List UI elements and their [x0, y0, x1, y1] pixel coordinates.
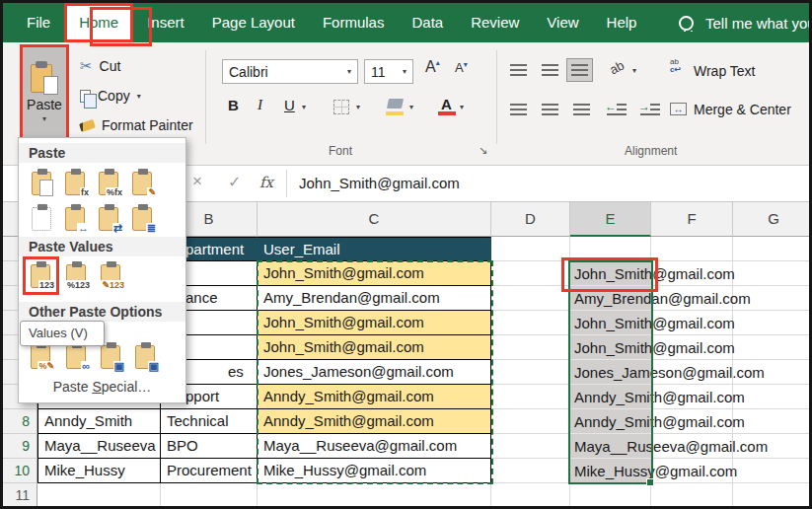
- paste-option-match-destination-formatting[interactable]: ≣: [129, 203, 157, 233]
- paste-special-menu-item[interactable]: Paste Special…: [19, 379, 185, 395]
- chevron-down-icon: ▾: [137, 92, 141, 101]
- insert-function-icon[interactable]: fx: [259, 174, 273, 191]
- other-paste-options-header: Other Paste Options: [19, 302, 185, 322]
- tab-insert[interactable]: Insert: [133, 3, 198, 42]
- cell-a8[interactable]: Anndy_Smith: [37, 409, 161, 434]
- gridline: [37, 507, 812, 508]
- fill-color-button[interactable]: [387, 99, 404, 109]
- values-tooltip: Values (V): [20, 321, 105, 346]
- column-header-d[interactable]: D: [491, 202, 570, 237]
- paste-option-linked-picture[interactable]: ▣: [132, 341, 160, 371]
- tab-formulas[interactable]: Formulas: [309, 3, 399, 42]
- paste-option-transpose[interactable]: ⇄: [96, 203, 123, 233]
- paste-option-formulas-number-formatting[interactable]: %fx: [96, 168, 123, 197]
- underline-button[interactable]: U: [284, 97, 295, 113]
- font-color-bar: [438, 111, 456, 115]
- tell-me-label: Tell me what you: [705, 15, 809, 32]
- tab-page-layout[interactable]: Page Layout: [198, 3, 309, 42]
- merge-center-button[interactable]: Merge & Center: [694, 102, 791, 117]
- chevron-down-icon[interactable]: ▾: [409, 103, 413, 111]
- cancel-icon[interactable]: ×: [192, 172, 202, 191]
- font-dialog-launcher-icon[interactable]: ↘: [479, 144, 487, 157]
- chevron-down-icon[interactable]: ▾: [356, 103, 360, 111]
- font-size-value: 11: [371, 64, 386, 80]
- decrease-font-size-button[interactable]: A: [455, 60, 468, 75]
- row-header-9[interactable]: 9: [3, 434, 37, 459]
- tab-home[interactable]: Home: [64, 3, 133, 42]
- row-header-8[interactable]: 8: [3, 409, 37, 434]
- font-color-button[interactable]: A: [441, 96, 452, 112]
- paste-clipboard-icon: [31, 61, 58, 95]
- top-align-button[interactable]: [510, 64, 527, 76]
- row-header-10[interactable]: 10: [3, 459, 37, 483]
- cell-b10[interactable]: Procurement: [161, 459, 258, 483]
- paste-button[interactable]: Paste ▾: [20, 44, 69, 140]
- tab-help[interactable]: Help: [593, 3, 651, 42]
- paste-section-header: Paste: [19, 143, 185, 163]
- cell-c1[interactable]: User_Email: [258, 237, 491, 261]
- paste-option-keep-source-column-widths[interactable]: ↔: [62, 203, 90, 233]
- ribbon-tab-bar: FileHomeInsertPage LayoutFormulasDataRev…: [3, 3, 809, 42]
- cell-a9[interactable]: Maya__Ruseeva: [37, 434, 161, 459]
- paste-option-paste[interactable]: [29, 168, 56, 197]
- italic-button[interactable]: I: [258, 97, 262, 113]
- column-header-e[interactable]: E: [570, 202, 651, 237]
- formula-bar-value[interactable]: John_Smith@gmail.com: [299, 175, 460, 191]
- chevron-down-icon[interactable]: ▾: [460, 103, 464, 111]
- enter-icon[interactable]: ✓: [228, 173, 241, 191]
- column-header-g[interactable]: G: [733, 202, 812, 237]
- merge-center-icon: ↔: [670, 103, 687, 115]
- paste-option-formulas[interactable]: fx: [62, 168, 90, 197]
- chevron-down-icon[interactable]: ▾: [302, 103, 306, 111]
- borders-button[interactable]: [333, 100, 349, 114]
- align-left-button[interactable]: [510, 104, 527, 115]
- font-name-value: Calibri: [229, 64, 268, 80]
- middle-align-button[interactable]: [542, 64, 558, 76]
- copy-icon: [80, 90, 91, 103]
- paste-option-keep-source-formatting[interactable]: ✎: [129, 168, 157, 197]
- copied-range-marquee: [257, 260, 493, 484]
- column-header-f[interactable]: F: [651, 202, 733, 237]
- row-header-11[interactable]: 11: [3, 483, 37, 508]
- pasted-cell-highlight-box: [561, 257, 658, 292]
- paste-option-values-number-formatting[interactable]: %123: [63, 260, 91, 290]
- font-size-combo[interactable]: 11 ▾: [364, 59, 413, 84]
- copy-button[interactable]: Copy ▾: [80, 84, 141, 108]
- format-painter-label: Format Painter: [102, 117, 193, 133]
- fill-color-bar: [386, 111, 404, 115]
- increase-indent-button[interactable]: →: [640, 104, 660, 115]
- increase-font-size-button[interactable]: A: [425, 58, 440, 76]
- bottom-align-icon: [571, 64, 588, 76]
- decrease-indent-button[interactable]: ←: [607, 104, 627, 115]
- chevron-down-icon[interactable]: ▾: [632, 66, 636, 75]
- group-separator: [496, 50, 497, 144]
- tell-me-box[interactable]: Tell me what you: [679, 15, 809, 32]
- paste-values-section-header: Paste Values: [19, 237, 185, 256]
- paste-dropdown-menu: Paste fx%fx✎↔⇄≣ Paste Values 123%123✎123…: [18, 137, 186, 403]
- formula-bar-divider: [286, 170, 287, 197]
- tab-review[interactable]: Review: [457, 3, 533, 42]
- bold-button[interactable]: B: [228, 97, 239, 113]
- format-painter-button[interactable]: Format Painter: [80, 113, 193, 137]
- paste-option-no-borders[interactable]: [29, 203, 56, 233]
- font-name-combo[interactable]: Calibri ▾: [222, 59, 358, 84]
- column-header-c[interactable]: C: [258, 202, 491, 237]
- paste-option-values-source-formatting[interactable]: ✎123: [98, 260, 125, 290]
- cell-a10[interactable]: Mike_Hussy: [37, 459, 161, 483]
- tab-view[interactable]: View: [533, 3, 592, 42]
- orientation-button[interactable]: ab: [607, 57, 627, 77]
- tab-data[interactable]: Data: [398, 3, 457, 42]
- cell-b9[interactable]: BPO: [161, 434, 258, 459]
- fill-handle[interactable]: [646, 478, 654, 486]
- cell-b8[interactable]: Technical: [161, 409, 258, 434]
- tab-file[interactable]: File: [13, 3, 64, 42]
- tab-strip: FileHomeInsertPage LayoutFormulasDataRev…: [13, 3, 650, 42]
- chevron-down-icon: ▾: [347, 67, 351, 76]
- align-center-button[interactable]: [542, 104, 558, 115]
- align-right-button[interactable]: [573, 104, 590, 115]
- font-group-label: Font: [329, 144, 352, 158]
- group-separator: [205, 50, 206, 144]
- cut-button[interactable]: ✂ Cut: [80, 54, 120, 78]
- pasted-range-selection-border: [568, 260, 653, 484]
- wrap-text-button[interactable]: Wrap Text: [694, 63, 756, 79]
